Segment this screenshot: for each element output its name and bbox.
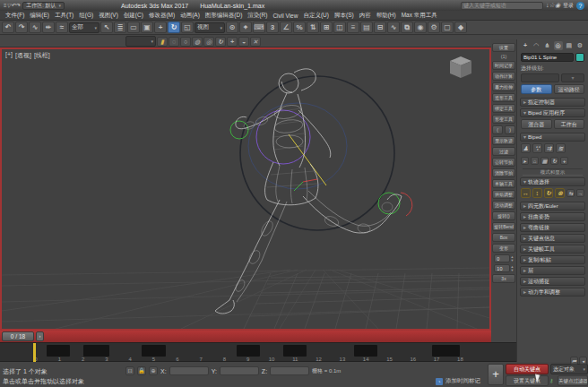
biped-mode-icon[interactable]: ♟ bbox=[521, 143, 531, 153]
toolbar-icon[interactable]: ◌ bbox=[169, 37, 179, 47]
next-frame-nub[interactable]: › bbox=[36, 331, 44, 341]
strip-button[interactable]: 动作计算 bbox=[492, 72, 515, 81]
strip-button[interactable]: 时间记录 bbox=[492, 61, 515, 70]
rollout-biped[interactable]: ▾Biped bbox=[520, 133, 585, 142]
toolbar-icon[interactable]: ↷ bbox=[15, 22, 28, 33]
isolate-selection-icon[interactable]: ⊡ bbox=[125, 366, 134, 375]
strip-button[interactable]: 旋转() bbox=[492, 211, 515, 220]
biped-file-icon[interactable]: ▸ bbox=[521, 157, 529, 165]
menu-item[interactable]: 组(G) bbox=[76, 12, 96, 20]
auto-key-button[interactable]: 自动关键点 bbox=[506, 364, 549, 374]
track-selection-icon[interactable]: ⇆ bbox=[566, 189, 575, 197]
named-selection-set-dropdown[interactable]: ▾ bbox=[125, 36, 156, 47]
toolbar-icon[interactable]: ⌖ bbox=[239, 22, 252, 33]
toolbar-icon[interactable]: ⇅ bbox=[307, 22, 319, 33]
viewport-menu-plus[interactable]: [+] bbox=[5, 51, 13, 60]
toolbar-icon[interactable]: ↶ bbox=[2, 22, 14, 33]
track-selection-icon[interactable]: ↔ bbox=[521, 188, 531, 198]
user-icon[interactable]: ◉ bbox=[555, 2, 560, 8]
strip-button[interactable]: 造形工具 bbox=[492, 93, 515, 102]
menu-item[interactable]: 内容 bbox=[357, 12, 374, 20]
menu-item[interactable]: 动画(A) bbox=[177, 12, 203, 20]
strip-button[interactable]: 单轴工具 bbox=[492, 179, 515, 188]
menu-item[interactable]: 文件(F) bbox=[3, 12, 27, 20]
collapsed-rollout[interactable]: ▸运动捕捉 bbox=[520, 277, 585, 286]
toolbar-icon[interactable]: ▮ bbox=[157, 37, 168, 47]
biped-mode-icon[interactable]: ⇉ bbox=[544, 143, 554, 153]
coordinate-display-icon[interactable]: ⊕ bbox=[149, 366, 158, 375]
sign-in-link[interactable]: 登录 bbox=[563, 2, 574, 10]
z-coordinate-field[interactable] bbox=[270, 366, 309, 375]
keyframe-marker[interactable] bbox=[83, 345, 109, 357]
command-panel-tab[interactable]: ⚙ bbox=[575, 41, 584, 50]
y-coordinate-field[interactable] bbox=[220, 366, 259, 375]
biped-mode-icon[interactable]: ∵ bbox=[532, 143, 542, 153]
toolbar-icon[interactable]: ▤ bbox=[360, 22, 373, 33]
menu-item[interactable]: 脚本(S) bbox=[332, 12, 357, 20]
menu-item[interactable]: 修改器(M) bbox=[146, 12, 177, 20]
collapsed-rollout[interactable]: ▸复制/粘贴 bbox=[520, 255, 585, 264]
playback-icon[interactable]: ◂ bbox=[579, 357, 587, 365]
command-panel-tab[interactable]: ◠ bbox=[532, 41, 540, 50]
toolbar-icon[interactable]: ▭ bbox=[127, 22, 140, 33]
selection-filter-dropdown[interactable]: 全部▾ bbox=[69, 22, 99, 33]
strip-button[interactable]: 旋转Bend bbox=[492, 222, 515, 231]
biped-file-icon[interactable]: ▦ bbox=[540, 157, 549, 165]
time-slider-track[interactable]: 0 / 18 › bbox=[0, 331, 491, 342]
toolbar-icon[interactable]: ◉ bbox=[414, 22, 427, 33]
collapsed-rollout[interactable]: ▸四元数/Euler bbox=[520, 202, 585, 211]
strip-button[interactable]: 暴力拉伸 bbox=[492, 82, 515, 91]
toolbar-icon[interactable]: ⊙ bbox=[226, 22, 238, 33]
strip-pair-button[interactable]: ( bbox=[492, 125, 503, 134]
toolbar-icon[interactable]: ◱ bbox=[181, 22, 194, 33]
menu-item[interactable]: 自定义(U) bbox=[300, 12, 332, 20]
set-key-button[interactable]: 设置关键点 bbox=[506, 375, 549, 386]
help-icon[interactable]: ? bbox=[576, 2, 584, 10]
search-input[interactable] bbox=[461, 2, 543, 10]
biped-file-icon[interactable]: ↻ bbox=[550, 157, 558, 165]
strip-button[interactable]: 公转节拍 bbox=[492, 158, 515, 167]
menu-item[interactable]: 帮助(H) bbox=[374, 12, 399, 20]
toolbar-icon[interactable]: + bbox=[154, 22, 167, 33]
toolbar-icon[interactable]: ◫ bbox=[333, 22, 346, 33]
keyframe-marker[interactable] bbox=[47, 345, 70, 357]
track-selection-icon[interactable]: ↕ bbox=[532, 188, 542, 198]
toolbar-icon[interactable]: ⌨ bbox=[253, 22, 265, 33]
rotate-gizmo-screen-ring[interactable] bbox=[240, 76, 394, 230]
modes-display-expander[interactable]: 模式和显示 bbox=[523, 168, 583, 176]
set-keys-button[interactable]: + bbox=[488, 364, 504, 385]
track-selection-icon[interactable]: → bbox=[576, 189, 584, 197]
collapsed-rollout[interactable]: ▸动力学和调整 bbox=[520, 288, 585, 297]
strip-button[interactable]: 活动调整 bbox=[492, 201, 515, 210]
rollout-assign-controller[interactable]: ▸指定控制器 bbox=[520, 98, 585, 107]
track-selection-icon[interactable]: ↻ bbox=[544, 188, 554, 198]
key-filters-button[interactable]: 关键点过滤器... bbox=[558, 375, 588, 386]
redo-icon[interactable]: ↷ bbox=[15, 3, 20, 8]
toolbar-icon[interactable]: ✕ bbox=[250, 37, 261, 47]
keyframe-marker[interactable] bbox=[237, 345, 260, 357]
strip-button[interactable]: 过滤 bbox=[492, 147, 515, 156]
toolbar-icon[interactable]: ▢ bbox=[441, 22, 454, 33]
toolbar-icon[interactable]: ∿ bbox=[29, 22, 41, 33]
object-color-swatch[interactable] bbox=[575, 53, 584, 62]
motion-paths-button[interactable]: 运动路径 bbox=[554, 84, 585, 94]
toolbar-icon[interactable]: 3 bbox=[266, 22, 279, 33]
toolbar-icon[interactable]: ◎ bbox=[203, 37, 214, 47]
collapsed-rollout[interactable]: ▸关键帧工具 bbox=[520, 245, 585, 254]
toolbar-icon[interactable]: ↖ bbox=[100, 22, 113, 33]
command-panel-tab[interactable]: ⋔ bbox=[542, 41, 551, 50]
command-panel-tab[interactable]: ▤ bbox=[565, 41, 574, 50]
collapsed-rollout[interactable]: ▸关键点信息 bbox=[520, 234, 585, 243]
toolbar-icon[interactable]: ○ bbox=[180, 37, 191, 47]
wireframe-character[interactable] bbox=[215, 69, 402, 314]
menu-item[interactable]: 渲染(R) bbox=[245, 12, 270, 20]
toolbar-icon[interactable]: ≈ bbox=[56, 22, 68, 33]
toolbar-icon[interactable]: ◆ bbox=[454, 22, 467, 33]
biped-file-icon[interactable]: ⌂ bbox=[531, 157, 539, 165]
lock-selection-icon[interactable]: 🔒 bbox=[137, 366, 146, 375]
mixer-button[interactable]: 混合器 bbox=[521, 119, 552, 129]
time-slider-handle[interactable]: 0 / 18 bbox=[2, 331, 34, 341]
keyframe-marker[interactable] bbox=[283, 345, 307, 357]
workspace-selector[interactable]: 工作区: 默认▾ bbox=[22, 2, 65, 10]
viewport-canvas[interactable] bbox=[2, 49, 489, 329]
